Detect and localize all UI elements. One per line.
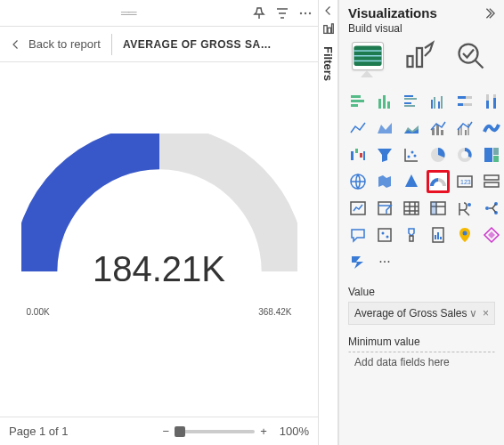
back-to-report-button[interactable]: Back to report bbox=[11, 37, 101, 51]
viz-waterfall-icon[interactable] bbox=[346, 143, 370, 166]
viz-matrix-icon[interactable] bbox=[427, 197, 450, 220]
zoom-thumb[interactable] bbox=[175, 426, 185, 437]
svg-rect-5 bbox=[331, 24, 333, 34]
svg-rect-75 bbox=[437, 232, 439, 239]
svg-point-2 bbox=[309, 12, 311, 13]
value-section-label: Value bbox=[339, 279, 504, 300]
svg-rect-16 bbox=[378, 99, 381, 109]
viz-line-icon[interactable] bbox=[346, 117, 370, 140]
svg-rect-42 bbox=[351, 151, 354, 160]
viz-slicer-icon[interactable] bbox=[373, 197, 396, 220]
viz-treemap-icon[interactable] bbox=[480, 143, 503, 166]
svg-rect-25 bbox=[438, 101, 440, 109]
viz-stacked-column-icon[interactable] bbox=[373, 90, 396, 113]
tab-build-visual[interactable] bbox=[352, 42, 384, 70]
viz-powerapps-icon[interactable] bbox=[480, 223, 503, 247]
viz-power-automate-icon[interactable] bbox=[346, 250, 370, 273]
visualizations-header: Visualizations bbox=[348, 5, 437, 20]
visualizations-pane: Visualizations Build visual bbox=[338, 0, 504, 445]
viz-card-icon[interactable]: 123 bbox=[453, 170, 476, 193]
zoom-slider[interactable] bbox=[175, 430, 255, 433]
expand-left-icon[interactable] bbox=[323, 5, 334, 16]
svg-point-46 bbox=[408, 156, 411, 158]
svg-rect-53 bbox=[493, 148, 499, 155]
pin-icon[interactable] bbox=[252, 6, 266, 20]
viz-key-influencers-icon[interactable] bbox=[373, 223, 396, 247]
svg-rect-20 bbox=[404, 98, 417, 100]
svg-rect-52 bbox=[484, 148, 492, 162]
svg-rect-11 bbox=[417, 48, 422, 67]
more-options-icon[interactable] bbox=[298, 6, 313, 20]
viz-pie-icon[interactable] bbox=[427, 143, 450, 166]
viz-ribbon-icon[interactable] bbox=[480, 117, 503, 140]
viz-kpi-icon[interactable] bbox=[346, 197, 370, 220]
viz-arcgis-icon[interactable] bbox=[453, 223, 476, 247]
build-visual-label: Build visual bbox=[339, 22, 504, 38]
svg-rect-37 bbox=[441, 130, 443, 135]
viz-filled-map-icon[interactable] bbox=[373, 170, 396, 193]
svg-point-77 bbox=[463, 231, 467, 236]
filters-label: Filters bbox=[321, 46, 335, 81]
tab-analytics[interactable] bbox=[455, 42, 487, 70]
viz-stacked-area-icon[interactable] bbox=[400, 117, 423, 140]
viz-azure-map-icon[interactable] bbox=[400, 170, 423, 193]
viz-get-more-visuals-icon[interactable]: ··· bbox=[373, 250, 396, 273]
zoom-in-button[interactable]: + bbox=[260, 425, 267, 438]
collapse-pane-icon[interactable] bbox=[483, 7, 495, 20]
tab-format-visual[interactable] bbox=[403, 42, 435, 70]
tab-pointer bbox=[339, 70, 504, 83]
viz-100pct-column-icon[interactable] bbox=[480, 90, 503, 113]
drag-handle-icon[interactable]: ══ bbox=[121, 6, 135, 20]
report-header: Back to report AVERAGE OF GROSS SAL… bbox=[0, 27, 318, 62]
field-remove-icon[interactable]: × bbox=[483, 307, 489, 320]
viz-goals-icon[interactable] bbox=[400, 223, 423, 247]
svg-rect-13 bbox=[351, 95, 361, 98]
viz-gauge-icon[interactable] bbox=[427, 170, 450, 193]
svg-point-70 bbox=[382, 232, 385, 235]
viz-100pct-bar-icon[interactable] bbox=[453, 90, 476, 113]
viz-table-icon[interactable] bbox=[400, 197, 423, 220]
svg-rect-34 bbox=[493, 98, 496, 109]
svg-rect-28 bbox=[458, 96, 466, 99]
svg-rect-45 bbox=[363, 151, 365, 160]
zoom-out-button[interactable]: − bbox=[163, 425, 170, 438]
filters-icon bbox=[322, 23, 335, 36]
minimum-value-field-well[interactable]: Add data fields here bbox=[348, 352, 495, 373]
svg-rect-32 bbox=[486, 101, 489, 109]
svg-point-66 bbox=[485, 206, 489, 210]
svg-point-48 bbox=[414, 155, 417, 158]
svg-rect-30 bbox=[458, 103, 463, 106]
viz-line-column-icon[interactable] bbox=[427, 117, 450, 140]
svg-rect-18 bbox=[387, 101, 390, 109]
svg-rect-62 bbox=[404, 202, 419, 214]
filters-pane-collapsed[interactable]: Filters bbox=[319, 0, 338, 445]
visual-title: AVERAGE OF GROSS SAL… bbox=[123, 38, 274, 51]
viz-clustered-bar-icon[interactable] bbox=[400, 90, 423, 113]
viz-clustered-column-icon[interactable] bbox=[427, 90, 450, 113]
svg-rect-15 bbox=[351, 104, 358, 107]
svg-point-1 bbox=[305, 12, 306, 13]
filter-icon[interactable] bbox=[275, 6, 289, 20]
viz-map-icon[interactable] bbox=[346, 170, 370, 193]
gauge-value-label: 184.21K bbox=[21, 249, 297, 289]
field-menu-icon[interactable]: ∨ bbox=[469, 307, 477, 320]
value-field-well[interactable]: Average of Gross Sales ∨ × bbox=[348, 302, 495, 325]
viz-stacked-bar-icon[interactable] bbox=[346, 90, 370, 113]
viz-decomposition-tree-icon[interactable] bbox=[480, 197, 503, 220]
svg-rect-19 bbox=[404, 95, 413, 97]
viz-area-icon[interactable] bbox=[373, 117, 396, 140]
viz-donut-icon[interactable] bbox=[453, 143, 476, 166]
viz-line-clustered-column-icon[interactable] bbox=[453, 117, 476, 140]
viz-funnel-icon[interactable] bbox=[373, 143, 396, 166]
svg-point-0 bbox=[300, 12, 302, 13]
viz-scatter-icon[interactable] bbox=[400, 143, 423, 166]
viz-qna-icon[interactable] bbox=[346, 223, 370, 247]
viz-multirow-card-icon[interactable] bbox=[480, 170, 503, 193]
viz-paginated-report-icon[interactable] bbox=[427, 223, 450, 247]
svg-rect-36 bbox=[436, 125, 439, 135]
svg-rect-69 bbox=[378, 229, 391, 241]
gauge-visual[interactable]: 184.21K 0.00K 368.42K bbox=[0, 62, 318, 347]
svg-rect-64 bbox=[431, 202, 436, 214]
viz-r-visual-icon[interactable] bbox=[453, 197, 476, 220]
svg-rect-26 bbox=[441, 96, 443, 109]
